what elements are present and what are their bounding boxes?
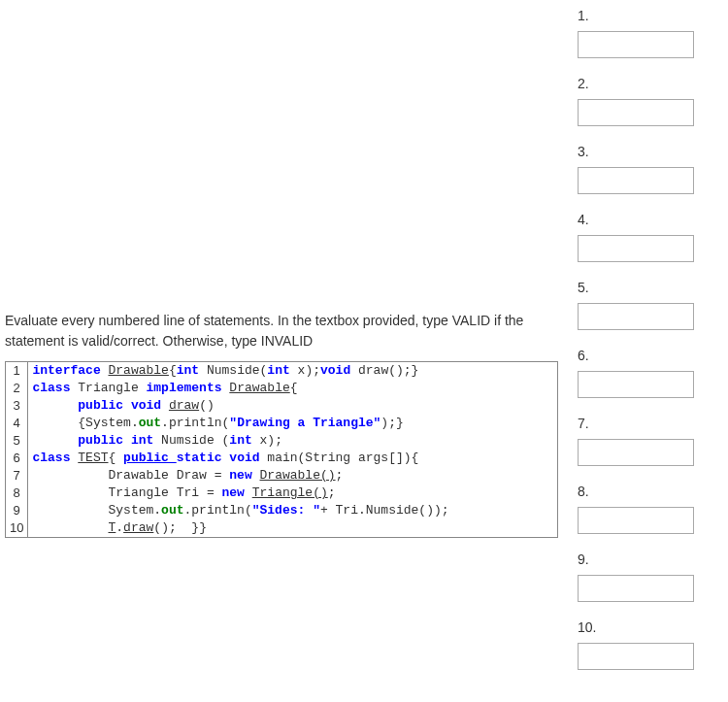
answer-input-9[interactable]	[578, 575, 694, 602]
answer-input-7[interactable]	[578, 439, 694, 466]
answer-item-2: 2.	[578, 76, 723, 126]
answer-label: 2.	[578, 76, 723, 91]
answer-input-4[interactable]	[578, 235, 694, 262]
answer-item-8: 8.	[578, 484, 723, 534]
line-number: 7	[6, 467, 27, 485]
line-number: 1	[6, 362, 27, 380]
answer-label: 10.	[578, 619, 723, 635]
code-line: public int Numside (int x);	[32, 432, 557, 450]
answer-item-1: 1.	[578, 8, 723, 58]
line-number-gutter: 1 2 3 4 5 6 7 8 9 10	[6, 362, 28, 537]
answer-item-9: 9.	[578, 552, 723, 602]
line-number: 8	[6, 485, 27, 502]
line-number: 4	[6, 415, 27, 432]
answer-input-3[interactable]	[578, 167, 694, 194]
code-line: public void draw()	[32, 397, 557, 415]
question-content: Evaluate every numbered line of statemen…	[0, 311, 563, 538]
code-line: Drawable Draw = new Drawable();	[32, 467, 557, 485]
answer-input-8[interactable]	[578, 507, 694, 534]
answer-label: 9.	[578, 552, 723, 567]
answer-label: 5.	[578, 280, 723, 295]
answer-item-4: 4.	[578, 212, 723, 262]
line-number: 3	[6, 397, 27, 415]
line-number: 9	[6, 502, 27, 519]
answer-item-10: 10.	[578, 619, 723, 670]
code-lines: interface Drawable{int Numside(int x);vo…	[28, 362, 557, 537]
code-line: Triangle Tri = new Triangle();	[32, 485, 557, 502]
line-number: 2	[6, 380, 27, 397]
answer-label: 7.	[578, 416, 723, 431]
answer-item-7: 7.	[578, 416, 723, 466]
line-number: 6	[6, 450, 27, 467]
code-line: class Triangle implements Drawable{	[32, 380, 557, 397]
code-line: {System.out.println("Drawing a Triangle"…	[32, 415, 557, 432]
answer-label: 3.	[578, 144, 723, 159]
answer-input-2[interactable]	[578, 99, 694, 126]
answer-input-6[interactable]	[578, 371, 694, 398]
code-line: T.draw(); }}	[32, 519, 557, 537]
answer-label: 8.	[578, 484, 723, 499]
instructions-text: Evaluate every numbered line of statemen…	[0, 311, 563, 361]
code-line: class TEST{ public static void main(Stri…	[32, 450, 557, 467]
code-line: System.out.println("Sides: "+ Tri.Numsid…	[32, 502, 557, 519]
answer-item-3: 3.	[578, 144, 723, 194]
answer-input-5[interactable]	[578, 303, 694, 330]
answer-label: 4.	[578, 212, 723, 227]
answer-item-6: 6.	[578, 348, 723, 398]
answers-panel: 1. 2. 3. 4. 5. 6. 7. 8. 9. 10.	[578, 8, 723, 687]
answer-input-10[interactable]	[578, 643, 694, 670]
line-number: 10	[6, 519, 27, 537]
answer-label: 1.	[578, 8, 723, 23]
answer-item-5: 5.	[578, 280, 723, 330]
line-number: 5	[6, 432, 27, 450]
code-line: interface Drawable{int Numside(int x);vo…	[32, 362, 557, 380]
answer-input-1[interactable]	[578, 31, 694, 58]
code-box: 1 2 3 4 5 6 7 8 9 10 interface Drawable{…	[5, 361, 558, 538]
answer-label: 6.	[578, 348, 723, 363]
